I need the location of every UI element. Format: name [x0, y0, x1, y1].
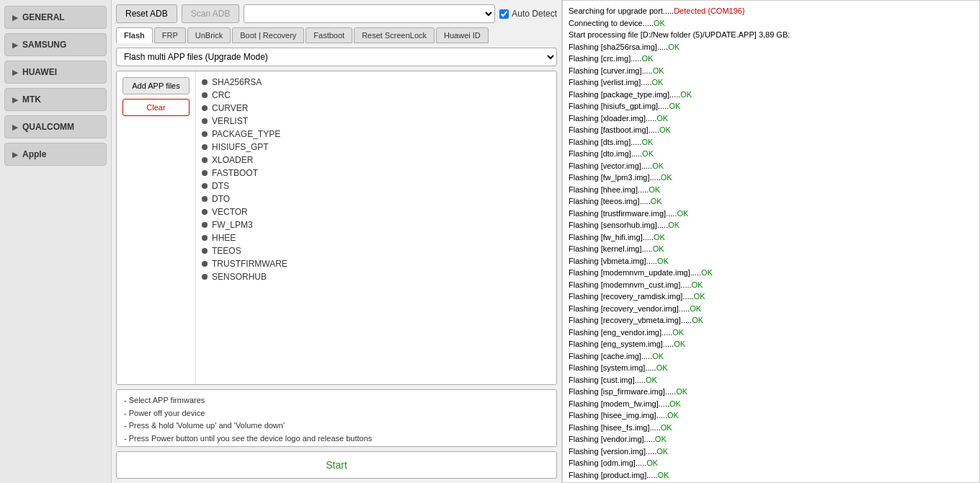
file-dot-icon [202, 144, 208, 150]
auto-detect-wrap: Auto Detect [499, 9, 557, 19]
file-item-label: VECTOR [212, 207, 248, 217]
instruction-line: - Power off your device [124, 407, 549, 420]
file-item-label: SENSORHUB [212, 272, 267, 282]
file-item-label: FASTBOOT [212, 168, 258, 178]
file-item-label: CURVER [212, 103, 248, 113]
list-item: FASTBOOT [202, 167, 551, 180]
log-line: Connecting to device.....OK [569, 17, 974, 30]
list-item: DTO [202, 192, 551, 205]
file-dot-icon [202, 209, 208, 215]
instructions: - Select APP firmwares- Power off your d… [116, 389, 557, 447]
auto-detect-label: Auto Detect [512, 9, 557, 19]
log-line: Flashing [hisiufs_gpt.img].....OK [569, 100, 974, 112]
log-line: Flashing [system.img].....OK [569, 362, 974, 374]
sidebar-item-general[interactable]: ▶GENERAL [4, 6, 107, 29]
log-panel: Searching for upgrade port.....Detected … [562, 0, 980, 483]
tab-boot[interactable]: Boot | Recovery [232, 27, 304, 43]
log-line: Flashing [vendor.img].....OK [569, 433, 974, 446]
sidebar-item-label: MTK [22, 94, 41, 105]
log-line: Flashing [kernel.img].....OK [569, 243, 974, 255]
list-item: SENSORHUB [202, 270, 551, 283]
file-dot-icon [202, 235, 208, 241]
chevron-right-icon: ▶ [12, 96, 18, 104]
sidebar-item-huawei[interactable]: ▶HUAWEI [4, 61, 107, 84]
list-item: HISIUFS_GPT [202, 141, 551, 154]
file-item-label: SHA256RSA [212, 77, 262, 87]
log-line: Flashing [modemnvm_update.img].....OK [569, 267, 974, 279]
tabs: FlashFRPUnBrickBoot | RecoveryFastbootRe… [116, 27, 557, 43]
tab-huawei[interactable]: Huawei ID [436, 27, 489, 43]
list-item: HHEE [202, 231, 551, 244]
sidebar: ▶GENERAL▶SAMSUNG▶HUAWEI▶MTK▶QUALCOMM▶App… [0, 0, 112, 483]
start-button[interactable]: Start [116, 451, 557, 479]
file-item-label: FW_LPM3 [212, 220, 253, 230]
file-dot-icon [202, 118, 208, 124]
reset-adb-button[interactable]: Reset ADB [116, 4, 177, 23]
log-line: Flashing [product.img].....OK [569, 469, 974, 482]
file-dot-icon [202, 248, 208, 254]
auto-detect-checkbox[interactable] [499, 9, 509, 19]
chevron-right-icon: ▶ [12, 41, 18, 49]
file-dot-icon [202, 79, 208, 85]
log-line: Flashing [eng_vendor.img].....OK [569, 327, 974, 339]
log-line: Flashing [teeos.img].....OK [569, 195, 974, 208]
file-item-label: DTS [212, 181, 229, 191]
log-line: Flashing [vbmeta.img].....OK [569, 255, 974, 267]
tab-reset[interactable]: Reset ScreenLock [354, 27, 435, 43]
log-line: Flashing [isp_firmware.img].....OK [569, 386, 974, 398]
port-dropdown[interactable] [244, 4, 495, 23]
file-dot-icon [202, 261, 208, 267]
file-item-label: DTO [212, 194, 230, 204]
add-app-files-button[interactable]: Add APP files [122, 77, 190, 94]
file-buttons: Add APP files Clear [117, 71, 196, 384]
scan-adb-button[interactable]: Scan ADB [182, 4, 240, 23]
file-item-label: HISIUFS_GPT [212, 142, 269, 152]
chevron-right-icon: ▶ [12, 151, 18, 159]
sidebar-item-label: Apple [22, 149, 46, 159]
log-line: Flashing [package_type.img].....OK [569, 89, 974, 101]
log-line: Flashing [sensorhub.img].....OK [569, 219, 974, 231]
log-line: Flashing [vector.img].....OK [569, 160, 974, 172]
list-item: SHA256RSA [202, 76, 551, 89]
sidebar-item-samsung[interactable]: ▶SAMSUNG [4, 33, 107, 56]
file-item-label: PACKAGE_TYPE [212, 129, 280, 139]
sidebar-item-label: SAMSUNG [22, 40, 66, 50]
file-dot-icon [202, 131, 208, 137]
log-line: Flashing [version.img].....OK [569, 446, 974, 458]
file-dot-icon [202, 222, 208, 228]
log-line: Flashing [cust.img].....OK [569, 374, 974, 386]
log-line: Flashing [recovery_vbmeta.img].....OK [569, 314, 974, 327]
top-bar: Reset ADB Scan ADB Auto Detect [116, 4, 557, 23]
list-item: CURVER [202, 102, 551, 115]
log-line: Flashing [fw_lpm3.img].....OK [569, 172, 974, 184]
list-item: VERLIST [202, 115, 551, 128]
log-line: Flashing [recovery_ramdisk.img].....OK [569, 291, 974, 303]
sidebar-item-mtk[interactable]: ▶MTK [4, 88, 107, 111]
sidebar-item-qualcomm[interactable]: ▶QUALCOMM [4, 115, 107, 138]
log-line: Flashing [modemnvm_cust.img].....OK [569, 279, 974, 291]
sidebar-item-label: QUALCOMM [22, 122, 74, 132]
tab-fastboot[interactable]: Fastboot [306, 27, 352, 43]
sidebar-item-label: HUAWEI [22, 67, 57, 77]
chevron-right-icon: ▶ [12, 123, 18, 131]
log-line: Flashing [hisee_img.img].....OK [569, 409, 974, 422]
file-item-label: CRC [212, 90, 231, 100]
sidebar-item-apple[interactable]: ▶Apple [4, 143, 107, 166]
clear-button[interactable]: Clear [122, 99, 190, 116]
list-item: FW_LPM3 [202, 218, 551, 231]
list-item: PACKAGE_TYPE [202, 128, 551, 141]
file-item-label: HHEE [212, 233, 236, 243]
file-dot-icon [202, 92, 208, 98]
file-dot-icon [202, 170, 208, 176]
flash-mode-select[interactable]: Flash multi APP files (Upgrade Mode)Flas… [116, 48, 557, 66]
file-item-label: TEEOS [212, 246, 241, 256]
tab-flash[interactable]: Flash [116, 27, 153, 43]
flash-mode-wrap: Flash multi APP files (Upgrade Mode)Flas… [116, 48, 557, 66]
log-line: Flashing [fastboot.img].....OK [569, 124, 974, 136]
list-item: DTS [202, 180, 551, 192]
tab-unbrick[interactable]: UnBrick [187, 27, 231, 43]
file-item-label: TRUSTFIRMWARE [212, 259, 288, 269]
tab-frp[interactable]: FRP [154, 27, 186, 43]
list-item: CRC [202, 89, 551, 102]
log-line: Start processing file [D:/New folder (5)… [569, 29, 974, 41]
